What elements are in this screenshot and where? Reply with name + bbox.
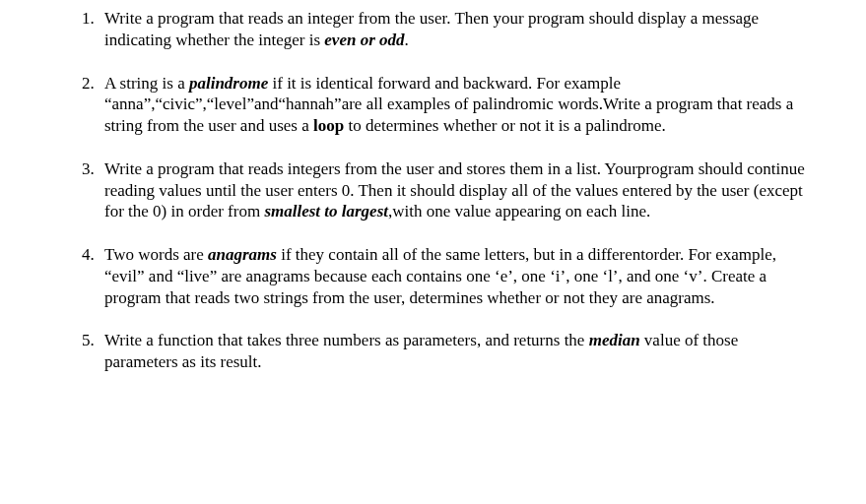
emphasis-even-or-odd: even or odd xyxy=(324,31,404,49)
emphasis-smallest-to-largest: smallest to largest xyxy=(264,202,388,220)
text-run: A string is a xyxy=(104,74,189,93)
emphasis-median: median xyxy=(589,331,640,349)
exercise-list: Write a program that reads an integer fr… xyxy=(59,8,807,373)
exercise-4-text: Two words are anagrams if they contain a… xyxy=(104,244,807,308)
exercise-item-4: Two words are anagrams if they contain a… xyxy=(99,244,807,308)
emphasis-loop: loop xyxy=(313,116,344,135)
text-run: Write a function that takes three number… xyxy=(104,331,589,349)
exercise-item-1: Write a program that reads an integer fr… xyxy=(99,8,807,51)
exercise-3-text: Write a program that reads integers from… xyxy=(104,158,807,222)
exercise-1-text: Write a program that reads an integer fr… xyxy=(104,8,807,51)
exercise-item-3: Write a program that reads integers from… xyxy=(99,158,807,222)
exercise-5-text: Write a function that takes three number… xyxy=(104,330,807,373)
exercise-item-2: A string is a palindrome if it is identi… xyxy=(99,73,807,137)
emphasis-palindrome: palindrome xyxy=(189,74,268,93)
text-run: Write a program that reads an integer fr… xyxy=(104,9,759,49)
emphasis-anagrams: anagrams xyxy=(208,245,277,264)
exercise-item-5: Write a function that takes three number… xyxy=(99,330,807,373)
exercise-2-text: A string is a palindrome if it is identi… xyxy=(104,73,807,137)
text-run: . xyxy=(405,31,409,49)
text-run: to determines whether or not it is a pal… xyxy=(344,116,666,135)
text-run: Two words are xyxy=(104,245,208,264)
text-run: ,with one value appearing on each line. xyxy=(388,202,650,220)
